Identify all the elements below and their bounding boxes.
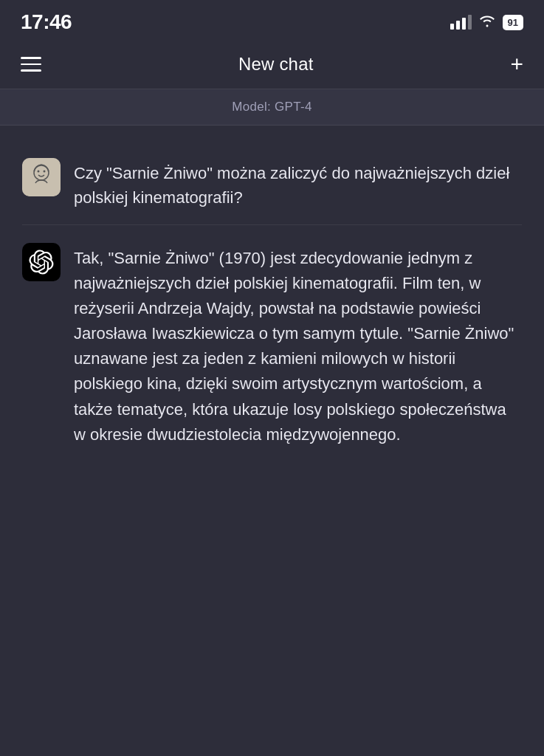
battery-badge: 91 xyxy=(503,15,523,30)
user-message-text: Czy "Sarnie Żniwo" można zaliczyć do naj… xyxy=(74,158,522,210)
new-chat-button[interactable]: + xyxy=(510,53,523,75)
assistant-message: Tak, "Sarnie Żniwo" (1970) jest zdecydow… xyxy=(15,225,529,462)
signal-icon xyxy=(450,15,472,30)
svg-point-2 xyxy=(38,171,40,173)
user-avatar xyxy=(22,158,61,196)
model-label: Model: GPT-4 xyxy=(232,100,311,114)
svg-rect-0 xyxy=(22,158,61,196)
chat-area: Czy "Sarnie Żniwo" można zaliczyć do naj… xyxy=(0,126,544,480)
wifi-icon xyxy=(479,14,495,31)
svg-point-3 xyxy=(44,171,46,173)
page-title: New chat xyxy=(238,54,314,75)
model-banner: Model: GPT-4 xyxy=(0,89,544,126)
assistant-message-text: Tak, "Sarnie Żniwo" (1970) jest zdecydow… xyxy=(74,243,522,447)
status-icons: 91 xyxy=(450,14,523,31)
assistant-avatar xyxy=(22,243,61,281)
user-message: Czy "Sarnie Żniwo" można zaliczyć do naj… xyxy=(15,143,529,224)
hamburger-menu-button[interactable] xyxy=(21,57,41,72)
status-time: 17:46 xyxy=(21,10,72,34)
nav-bar: New chat + xyxy=(0,41,544,89)
status-bar: 17:46 91 xyxy=(0,0,544,41)
